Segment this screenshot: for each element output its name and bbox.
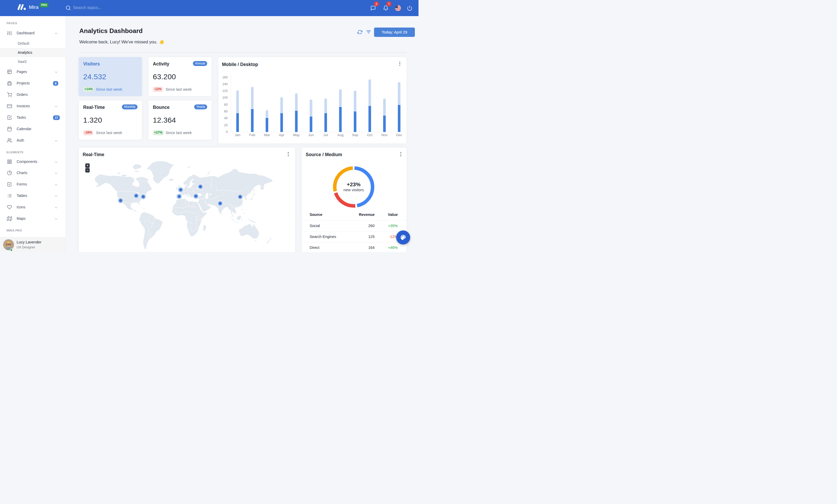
- svg-text:Aug: Aug: [337, 133, 343, 137]
- svg-text:Sep: Sep: [352, 133, 358, 137]
- svg-text:Apr: Apr: [279, 133, 285, 137]
- svg-text:Mar: Mar: [264, 133, 270, 137]
- svg-text:Jun: Jun: [308, 133, 314, 137]
- svg-text:Jan: Jan: [235, 133, 241, 137]
- svg-text:100: 100: [222, 96, 228, 99]
- svg-text:140: 140: [222, 82, 228, 86]
- svg-text:40: 40: [224, 116, 228, 120]
- svg-text:60: 60: [224, 110, 228, 113]
- svg-text:160: 160: [222, 75, 228, 79]
- svg-text:Nov: Nov: [381, 133, 388, 137]
- svg-text:Dec: Dec: [396, 133, 402, 137]
- svg-text:Jul: Jul: [323, 133, 328, 137]
- svg-text:Feb: Feb: [249, 133, 255, 137]
- svg-text:Oct: Oct: [367, 133, 373, 137]
- svg-text:0: 0: [226, 130, 228, 134]
- svg-text:20: 20: [224, 123, 228, 127]
- svg-text:May: May: [293, 133, 300, 137]
- svg-text:120: 120: [222, 89, 228, 93]
- svg-text:80: 80: [224, 102, 228, 106]
